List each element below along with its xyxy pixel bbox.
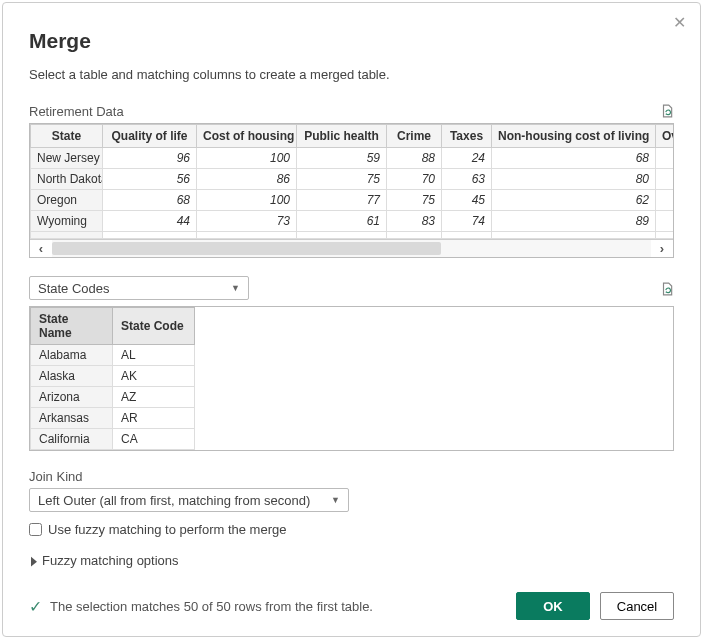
close-icon[interactable]: ✕ <box>673 13 686 32</box>
table-row[interactable]: AlabamaAL <box>31 345 195 366</box>
scroll-thumb[interactable] <box>52 242 441 255</box>
scroll-right-icon[interactable]: › <box>651 240 673 257</box>
fuzzy-options-expander[interactable]: ▶Fuzzy matching options <box>29 553 674 568</box>
cancel-button[interactable]: Cancel <box>600 592 674 620</box>
table-row[interactable]: CaliforniaCA <box>31 429 195 450</box>
col-taxes[interactable]: Taxes <box>442 125 492 148</box>
status-text: The selection matches 50 of 50 rows from… <box>50 599 373 614</box>
table-row[interactable]: ArizonaAZ <box>31 387 195 408</box>
table-row[interactable] <box>31 232 675 239</box>
chevron-down-icon: ▼ <box>331 495 340 505</box>
fuzzy-checkbox-row[interactable]: Use fuzzy matching to perform the merge <box>29 522 674 537</box>
primary-table[interactable]: State Quality of life Cost of housing Pu… <box>29 123 674 258</box>
refresh-icon[interactable] <box>660 282 674 299</box>
col-overflow[interactable]: Ov <box>656 125 675 148</box>
ok-button[interactable]: OK <box>516 592 590 620</box>
dialog-title: Merge <box>29 29 674 53</box>
col-crime[interactable]: Crime <box>387 125 442 148</box>
table-row[interactable]: North Dakota568675706380 <box>31 169 675 190</box>
table-row[interactable]: New Jersey9610059882468 <box>31 148 675 169</box>
col-state-name[interactable]: State Name <box>31 308 113 345</box>
fuzzy-checkbox[interactable] <box>29 523 42 536</box>
chevron-right-icon: ▶ <box>31 553 37 568</box>
join-kind-dropdown[interactable]: Left Outer (all from first, matching fro… <box>29 488 349 512</box>
col-nonhousing[interactable]: Non-housing cost of living <box>492 125 656 148</box>
join-kind-value: Left Outer (all from first, matching fro… <box>38 493 310 508</box>
secondary-dropdown-value: State Codes <box>38 281 110 296</box>
secondary-table[interactable]: State Name State Code AlabamaALAlaskaAKA… <box>29 306 674 451</box>
col-state[interactable]: State <box>31 125 103 148</box>
col-quality[interactable]: Quality of life <box>103 125 197 148</box>
fuzzy-options-label: Fuzzy matching options <box>42 553 179 568</box>
table-row[interactable]: ArkansasAR <box>31 408 195 429</box>
fuzzy-checkbox-label: Use fuzzy matching to perform the merge <box>48 522 286 537</box>
secondary-table-dropdown[interactable]: State Codes ▼ <box>29 276 249 300</box>
chevron-down-icon: ▼ <box>231 283 240 293</box>
col-health[interactable]: Public health <box>297 125 387 148</box>
merge-dialog: ✕ Merge Select a table and matching colu… <box>2 2 701 637</box>
table-row[interactable]: Wyoming447361837489 <box>31 211 675 232</box>
table-row[interactable]: Oregon6810077754562 <box>31 190 675 211</box>
dialog-subtitle: Select a table and matching columns to c… <box>29 67 674 82</box>
scroll-left-icon[interactable]: ‹ <box>30 240 52 257</box>
primary-table-name: Retirement Data <box>29 104 124 119</box>
join-kind-label: Join Kind <box>29 469 674 484</box>
refresh-icon[interactable] <box>660 104 674 121</box>
col-housing[interactable]: Cost of housing <box>197 125 297 148</box>
table-row[interactable]: AlaskaAK <box>31 366 195 387</box>
horizontal-scrollbar[interactable]: ‹ › <box>30 239 673 257</box>
col-state-code[interactable]: State Code <box>113 308 195 345</box>
check-icon: ✓ <box>29 597 42 616</box>
